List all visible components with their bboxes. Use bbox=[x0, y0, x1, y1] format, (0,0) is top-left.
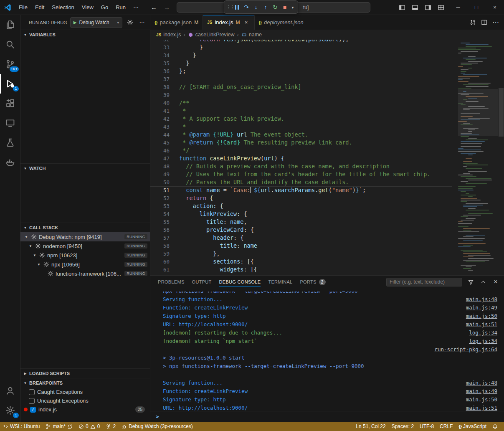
chevron-down-icon[interactable]: ▾ bbox=[290, 5, 296, 10]
activity-remote-explorer[interactable] bbox=[0, 113, 20, 133]
code-line[interactable]: 49 // Uses the text from the card's head… bbox=[150, 170, 452, 178]
call-stack-session[interactable]: functions-framework [106...RUNNING bbox=[20, 269, 150, 278]
breadcrumb-item-index.js[interactable]: JSindex.js bbox=[156, 32, 181, 38]
code-line[interactable]: 39 bbox=[150, 91, 452, 99]
breakpoint-row[interactable]: ✓index.js25 bbox=[20, 405, 150, 414]
minimize-button[interactable]: ─ bbox=[449, 0, 467, 15]
call-stack-session[interactable]: ▼Debug Watch: npm [9419]RUNNING bbox=[20, 232, 150, 241]
panel-tab-terminal[interactable]: TERMINAL bbox=[268, 276, 292, 288]
close-panel-icon[interactable]: × bbox=[491, 278, 500, 286]
filter-icon[interactable] bbox=[466, 278, 475, 286]
code-line[interactable]: 36}; bbox=[150, 67, 452, 75]
call-stack-session[interactable]: ▼nodemon [9450]RUNNING bbox=[20, 241, 150, 251]
console-source-link[interactable]: main.js:51 bbox=[458, 320, 497, 329]
activity-accounts[interactable] bbox=[0, 381, 20, 401]
debug-console-input[interactable] bbox=[162, 411, 504, 422]
line-number[interactable]: 43 bbox=[150, 123, 179, 131]
status-language-mode[interactable]: {}JavaScript bbox=[456, 422, 489, 431]
toggle-secondary-sidebar-icon[interactable] bbox=[422, 2, 433, 13]
line-number[interactable]: 48 bbox=[150, 162, 179, 170]
code-line[interactable]: 52 return { bbox=[150, 194, 452, 202]
scrollbar-thumb[interactable] bbox=[499, 88, 504, 137]
panel-tab-output[interactable]: OUTPUT bbox=[192, 276, 212, 288]
line-number[interactable]: 47 bbox=[150, 155, 179, 162]
breakpoint-checkbox[interactable] bbox=[29, 389, 35, 395]
line-number[interactable]: 40 bbox=[150, 99, 179, 107]
activity-source-control[interactable]: 1K+ bbox=[0, 54, 20, 74]
menu-item-file[interactable]: File bbox=[15, 3, 31, 12]
menu-item-selection[interactable]: Selection bbox=[48, 3, 78, 12]
status-encoding[interactable]: UTF-8 bbox=[417, 422, 437, 431]
code-line[interactable]: 42 * A support case link preview. bbox=[150, 115, 452, 123]
breakpoint-checkbox[interactable]: ✓ bbox=[30, 407, 36, 413]
code-editor[interactable]: 32 return res.json(caseLinkPreview(parse… bbox=[150, 40, 504, 275]
status-remote-indicator[interactable]: WSL: Ubuntu bbox=[0, 422, 43, 431]
code-line[interactable]: 37 bbox=[150, 75, 452, 83]
line-number[interactable]: 41 bbox=[150, 107, 179, 115]
toggle-panel-icon[interactable] bbox=[409, 2, 420, 13]
minimap[interactable] bbox=[458, 40, 498, 275]
activity-run-and-debug[interactable]: 1 bbox=[0, 74, 20, 94]
breadcrumb-item-name[interactable]: name bbox=[241, 32, 262, 38]
close-button[interactable]: × bbox=[486, 0, 504, 15]
customize-layout-icon[interactable] bbox=[435, 2, 446, 13]
menu-item-[interactable]: ⋯ bbox=[129, 3, 142, 12]
menu-item-run[interactable]: Run bbox=[112, 3, 129, 12]
debug-step-into-button[interactable]: ↓ bbox=[251, 2, 261, 12]
tab-deployment-json[interactable]: {}deployment.json bbox=[255, 15, 308, 30]
line-number[interactable]: 56 bbox=[150, 226, 179, 234]
breadcrumb-item-caseLinkPreview[interactable]: caseLinkPreview bbox=[188, 32, 235, 38]
debug-restart-button[interactable]: ↻ bbox=[271, 2, 280, 12]
line-number[interactable]: 57 bbox=[150, 234, 179, 242]
line-number[interactable]: 60 bbox=[150, 258, 179, 266]
status-cursor-position[interactable]: Ln 51, Col 22 bbox=[353, 422, 388, 431]
line-number[interactable]: 59 bbox=[150, 250, 179, 258]
breakpoint-row[interactable]: Caught Exceptions bbox=[20, 388, 150, 396]
call-stack-session[interactable]: ▼npx [10656]RUNNING bbox=[20, 260, 150, 269]
debug-pause-button[interactable] bbox=[232, 2, 241, 12]
line-number[interactable]: 52 bbox=[150, 194, 179, 202]
line-number[interactable]: 36 bbox=[150, 67, 179, 75]
line-number[interactable]: 32 bbox=[150, 40, 179, 43]
code-line[interactable]: 41 * bbox=[150, 107, 452, 115]
status-forwarded-ports[interactable]: 2 bbox=[103, 422, 119, 431]
breakpoint-checkbox[interactable] bbox=[29, 398, 35, 404]
line-number[interactable]: 34 bbox=[150, 51, 179, 59]
section-variables[interactable]: ▼ VARIABLES bbox=[20, 30, 150, 39]
line-number[interactable]: 61 bbox=[150, 266, 179, 274]
code-line[interactable]: 43 * bbox=[150, 123, 452, 131]
debug-step-out-button[interactable]: ↑ bbox=[261, 2, 270, 12]
code-line[interactable]: 55 title: name, bbox=[150, 218, 452, 226]
status-debug-session[interactable]: Debug Watch (3p-resources) bbox=[119, 422, 196, 431]
call-stack-session[interactable]: ▼npm [10623]RUNNING bbox=[20, 251, 150, 260]
line-number[interactable]: 37 bbox=[150, 75, 179, 83]
menu-item-edit[interactable]: Edit bbox=[31, 3, 48, 12]
debug-step-over-button[interactable]: ↷ bbox=[242, 2, 251, 12]
code-line[interactable]: 45 * @return {!Card} The resulting previ… bbox=[150, 139, 452, 147]
line-number[interactable]: 58 bbox=[150, 242, 179, 250]
drag-grip-icon[interactable]: ⋮⋮ bbox=[226, 5, 232, 10]
console-source-link[interactable]: main.js:48 bbox=[458, 379, 497, 387]
code-line[interactable]: 34 } bbox=[150, 51, 452, 59]
panel-tab-ports[interactable]: PORTS2 bbox=[300, 276, 325, 288]
status-git-branch[interactable]: main* bbox=[43, 422, 76, 431]
breakpoint-row[interactable]: Uncaught Exceptions bbox=[20, 396, 150, 405]
console-source-link[interactable]: main.js:48 bbox=[458, 295, 497, 304]
line-number[interactable]: 49 bbox=[150, 170, 179, 178]
code-line[interactable]: 57 header: { bbox=[150, 234, 452, 242]
panel-tab-problems[interactable]: PROBLEMS bbox=[158, 276, 185, 288]
line-number[interactable]: 35 bbox=[150, 59, 179, 67]
section-breakpoints[interactable]: ▼ BREAKPOINTS bbox=[20, 378, 150, 388]
line-number[interactable]: 53 bbox=[150, 202, 179, 210]
code-line[interactable]: 50 // Parses the URL and identify the ca… bbox=[150, 178, 452, 186]
toggle-sidebar-icon[interactable] bbox=[396, 2, 408, 13]
line-number[interactable]: 54 bbox=[150, 210, 179, 218]
section-call-stack[interactable]: ▼ CALL STACK bbox=[20, 223, 150, 232]
start-debugging-icon[interactable]: ▶ bbox=[73, 20, 77, 25]
editor-scrollbar[interactable] bbox=[498, 40, 504, 275]
line-number[interactable]: 33 bbox=[150, 43, 179, 51]
code-line[interactable]: 47function caseLinkPreview(url) { bbox=[150, 155, 452, 162]
status-notifications[interactable] bbox=[489, 422, 501, 431]
line-number[interactable]: 42 bbox=[150, 115, 179, 123]
minimap-slider[interactable] bbox=[458, 89, 498, 136]
